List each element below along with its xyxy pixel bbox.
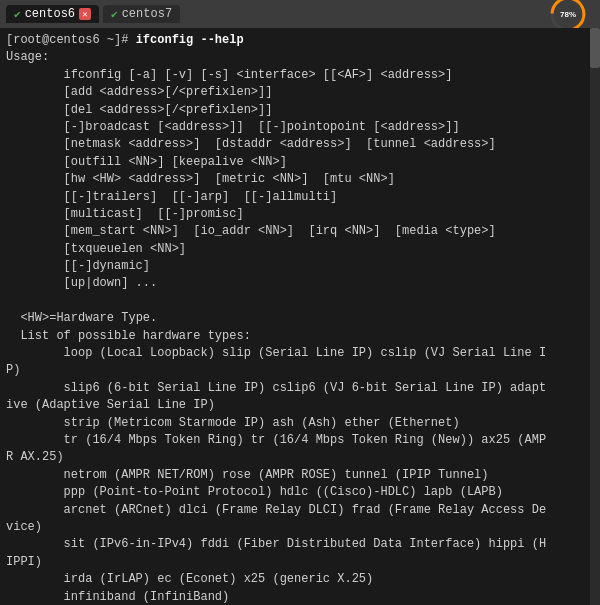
titlebar: ✔ centos6 ✕ ✔ centos7 78% xyxy=(0,0,600,28)
tab-centos7[interactable]: ✔ centos7 xyxy=(103,5,180,23)
tab-centos7-label: centos7 xyxy=(122,7,172,21)
terminal-output: [root@centos6 ~]# ifconfig --help Usage:… xyxy=(6,32,594,605)
tab-close-icon[interactable]: ✕ xyxy=(79,8,91,20)
scrollbar[interactable] xyxy=(590,28,600,605)
scrollbar-thumb[interactable] xyxy=(590,28,600,68)
svg-text:78%: 78% xyxy=(560,10,576,19)
terminal-area[interactable]: [root@centos6 ~]# ifconfig --help Usage:… xyxy=(0,28,600,605)
main-window: ✔ centos6 ✕ ✔ centos7 78% [root@centos6 … xyxy=(0,0,600,605)
tab-centos6[interactable]: ✔ centos6 ✕ xyxy=(6,5,99,23)
tab-centos6-label: centos6 xyxy=(25,7,75,21)
check-icon: ✔ xyxy=(14,8,21,21)
check-icon-2: ✔ xyxy=(111,8,118,21)
progress-area: 78% xyxy=(558,0,594,28)
